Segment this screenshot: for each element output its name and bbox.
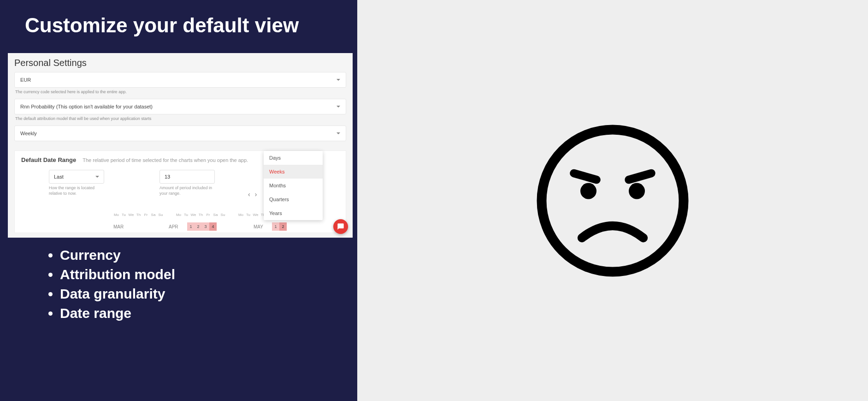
unit-option-months[interactable]: Months [264,179,323,192]
bullet-item: Attribution model [60,265,175,284]
unit-option-days[interactable]: Days [264,151,323,165]
calendar-dow: Su [220,213,226,217]
amount-helper: Amount of period included in your range. [159,184,215,196]
settings-heading: Personal Settings [8,53,353,71]
bullet-item: Data granularity [60,284,175,304]
svg-point-0 [542,130,684,272]
calendar-month-label: APR [169,224,187,229]
amount-value: 13 [165,174,170,180]
calendar-dow: Mo [113,213,119,217]
slide-title: Customize your default view [0,0,357,37]
calendar-month-label: MAR [113,224,132,229]
unit-option-weeks[interactable]: Weeks [264,165,323,179]
calendar-dow: Fr [205,213,211,217]
chevron-down-icon [337,132,340,134]
chevron-down-icon [95,176,99,178]
attribution-helper: The default attribution model that will … [14,114,346,121]
calendar-dow: Tu [121,213,127,217]
calendar-dow: Mo [238,213,244,217]
sad-face-icon [532,120,693,281]
calendar-dow: Sa [213,213,218,217]
calendar-dow: We [190,213,196,217]
date-range-card: Default Date Range The relative period o… [14,150,346,233]
relative-value: Last [54,174,64,180]
slide-left-panel: Customize your default view Personal Set… [0,0,357,401]
svg-point-2 [629,183,645,199]
calendar-dow: We [128,213,134,217]
chevron-down-icon [337,79,340,81]
calendar-dow: Mo [176,213,182,217]
bullet-item: Date range [60,304,175,323]
calendar-day[interactable]: 2 [195,222,202,231]
bullet-item: Currency [60,245,175,265]
granularity-value: Weekly [20,131,37,136]
calendar-month-label: MAY [254,224,272,229]
currency-select[interactable]: EUR [14,72,346,88]
currency-value: EUR [20,77,31,83]
attribution-select[interactable]: Rnn Probability (This option isn't avail… [14,99,346,114]
date-range-sub: The relative period of time selected for… [83,157,248,163]
calendar-day[interactable]: 2 [279,222,287,231]
calendar-day[interactable]: 4 [209,222,217,231]
relative-helper: How the range is located relative to now… [49,184,104,196]
chat-icon [337,223,344,230]
currency-helper: The currency code selected here is appli… [14,88,346,94]
calendar-prev-button[interactable]: ‹ [248,191,250,198]
svg-point-1 [580,183,596,199]
calendar-dow: Tu [183,213,189,217]
chat-fab[interactable] [333,219,348,234]
chevron-down-icon [337,106,340,108]
calendar-dow: Tu [245,213,251,217]
calendar-dow: Fr [143,213,149,217]
granularity-select[interactable]: Weekly [14,126,346,141]
calendar-day[interactable]: 1 [187,222,195,231]
slide-right-panel [357,0,868,401]
relative-select[interactable]: Last [49,170,104,184]
unit-dropdown: Days Weeks Months Quarters Years [264,151,323,220]
calendar-dow: We [253,213,259,217]
calendar-dow: Sa [150,213,156,217]
attribution-value: Rnn Probability (This option isn't avail… [20,104,153,109]
calendar-day[interactable]: 1 [272,222,279,231]
calendar-dow: Th [136,213,142,217]
calendar-day[interactable]: 3 [202,222,209,231]
amount-input[interactable]: 13 [159,170,215,184]
date-range-label: Default Date Range [21,156,76,163]
calendar-dow: Su [158,213,164,217]
unit-option-quarters[interactable]: Quarters [264,192,323,206]
calendar-dow: Th [198,213,204,217]
slide-bullets: CurrencyAttribution modelData granularit… [34,245,175,323]
calendar-next-button[interactable]: › [255,191,257,198]
unit-option-years[interactable]: Years [264,206,323,220]
settings-screenshot: Personal Settings EUR The currency code … [8,53,353,238]
